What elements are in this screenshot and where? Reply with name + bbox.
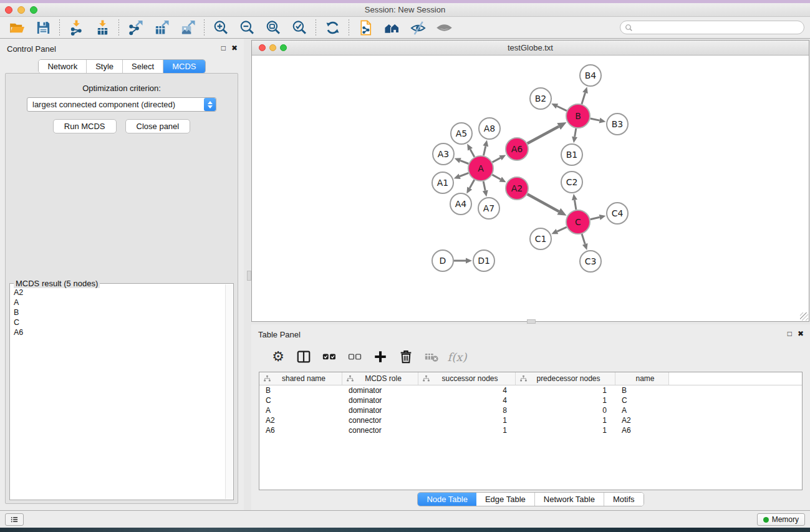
zoom-in-button[interactable] (208, 18, 234, 37)
table-row[interactable]: Cdominator41C (259, 395, 802, 405)
import-network-button[interactable] (63, 18, 89, 37)
trash-button[interactable] (397, 348, 415, 365)
graph-node-B4[interactable]: B4 (580, 65, 601, 86)
checkboxes-unchecked-button[interactable] (346, 348, 364, 365)
refresh-layout-button[interactable] (319, 18, 345, 37)
graph-edge-A-A3[interactable] (460, 160, 468, 163)
eye-button[interactable] (431, 18, 457, 37)
graph-edge-A-A4[interactable] (470, 180, 475, 188)
graph-node-B3[interactable]: B3 (607, 114, 628, 135)
graph-node-B2[interactable]: B2 (530, 88, 551, 109)
graph-node-A1[interactable]: A1 (432, 172, 453, 193)
eye-slash-button[interactable] (405, 18, 431, 37)
graph-node-C[interactable]: C (566, 210, 590, 234)
tab-edge-table[interactable]: Edge Table (476, 493, 535, 506)
export-table-button[interactable] (148, 18, 175, 37)
houses-button[interactable] (378, 18, 405, 37)
open-file-button[interactable] (4, 18, 30, 37)
column-header-shared-name[interactable]: shared name (259, 372, 342, 385)
search-box[interactable] (620, 21, 804, 34)
tab-style[interactable]: Style (87, 60, 123, 73)
graph-node-B[interactable]: B (566, 104, 590, 128)
column-header-name[interactable]: name (615, 372, 669, 385)
graph-node-D1[interactable]: D1 (473, 250, 494, 271)
mcds-result-item[interactable]: A2 (11, 288, 225, 297)
table-row[interactable]: A2connector11A2 (259, 415, 802, 425)
close-panel-button[interactable]: Close panel (125, 119, 191, 133)
zoom-out-button[interactable] (234, 18, 260, 37)
close-table-panel-icon[interactable]: ✖ (798, 329, 804, 338)
network-canvas[interactable]: AA6A2BCA3A5A8A1A4A7B2B4B3B1C2C4C1C3DD1 (252, 56, 809, 321)
graph-edge-A-A2[interactable] (492, 175, 500, 179)
network-window-titlebar[interactable]: testGlobe.txt (252, 41, 809, 56)
graph-edge-C-C4[interactable] (591, 217, 600, 219)
result-scrollbar[interactable] (225, 284, 233, 499)
tab-node-table[interactable]: Node Table (418, 493, 476, 506)
graph-node-A5[interactable]: A5 (451, 123, 472, 144)
graph-edge-A2-C[interactable] (528, 194, 559, 211)
graph-edge-A-A8[interactable] (483, 146, 485, 155)
export-image-button[interactable] (175, 18, 201, 37)
graph-edge-C-C3[interactable] (582, 234, 585, 244)
graph-edge-C-C2[interactable] (574, 200, 576, 210)
import-table-button[interactable] (89, 18, 115, 37)
graph-node-C4[interactable]: C4 (607, 203, 628, 224)
splitter-grip-left[interactable] (247, 271, 251, 281)
graph-node-A6[interactable]: A6 (506, 138, 528, 160)
graph-node-A3[interactable]: A3 (433, 143, 454, 165)
graph-edge-B-B2[interactable] (557, 106, 567, 110)
graph-node-C3[interactable]: C3 (580, 251, 601, 272)
graph-node-B1[interactable]: B1 (561, 144, 582, 165)
graph-edge-B-B3[interactable] (591, 118, 600, 120)
graph-edge-A6-B[interactable] (528, 127, 559, 143)
save-session-button[interactable] (30, 18, 56, 37)
graph-node-A[interactable]: A (468, 156, 493, 181)
memory-button[interactable]: Memory (757, 513, 805, 526)
optimization-criterion-select[interactable]: largest connected component (directed) (27, 97, 216, 112)
mcds-result-item[interactable]: A6 (11, 327, 225, 337)
document-network-button[interactable] (352, 18, 378, 37)
graph-edge-A-A7[interactable] (483, 181, 485, 191)
mcds-result-item[interactable]: A (11, 297, 225, 307)
graph-node-A7[interactable]: A7 (478, 198, 499, 219)
search-input[interactable] (633, 22, 804, 33)
zoom-fit-button[interactable] (260, 18, 286, 37)
graph-edge-B-B4[interactable] (582, 93, 586, 104)
graph-edge-C-C1[interactable] (557, 227, 566, 231)
graph-node-A8[interactable]: A8 (479, 118, 500, 139)
splitter-grip-bottom[interactable] (527, 319, 536, 324)
close-panel-icon[interactable]: ✖ (231, 44, 238, 52)
mcds-result-item[interactable]: B (11, 307, 225, 317)
mcds-result-item[interactable]: C (11, 317, 225, 327)
task-history-button[interactable] (5, 513, 24, 526)
table-row[interactable]: A6connector11A6 (259, 425, 802, 435)
graph-node-D[interactable]: D (432, 250, 453, 271)
checkboxes-checked-button[interactable] (321, 348, 338, 365)
resize-grip[interactable] (800, 312, 808, 321)
graph-edge-B-B1[interactable] (575, 128, 576, 137)
graph-node-C1[interactable]: C1 (530, 228, 551, 249)
zoom-selected-button[interactable] (286, 18, 312, 37)
table-row[interactable]: Adominator80A (259, 405, 802, 415)
float-panel-icon[interactable]: □ (221, 44, 226, 52)
tab-mcds[interactable]: MCDS (163, 60, 205, 73)
run-mcds-button[interactable]: Run MCDS (53, 119, 117, 133)
tab-select[interactable]: Select (123, 60, 163, 73)
graph-edge-A-A5[interactable] (470, 149, 475, 157)
column-header-MCDS-role[interactable]: MCDS role (342, 372, 418, 385)
split-columns-button[interactable] (295, 348, 312, 365)
float-table-panel-icon[interactable]: □ (788, 329, 792, 338)
tab-network-table[interactable]: Network Table (535, 493, 604, 506)
graph-node-A4[interactable]: A4 (450, 193, 471, 215)
graph-edge-A-A6[interactable] (493, 158, 501, 162)
add-button[interactable] (372, 348, 389, 365)
graph-node-C2[interactable]: C2 (561, 172, 582, 193)
gear-button[interactable]: ⚙ (269, 348, 287, 365)
column-header-successor-nodes[interactable]: successor nodes (418, 372, 516, 385)
tab-network[interactable]: Network (39, 60, 87, 73)
export-network-button[interactable] (122, 18, 148, 37)
tab-motifs[interactable]: Motifs (604, 493, 644, 506)
column-header-predecessor-nodes[interactable]: predecessor nodes (516, 372, 615, 385)
table-row[interactable]: Bdominator41B (259, 385, 802, 395)
graph-edge-A-A1[interactable] (460, 173, 468, 176)
